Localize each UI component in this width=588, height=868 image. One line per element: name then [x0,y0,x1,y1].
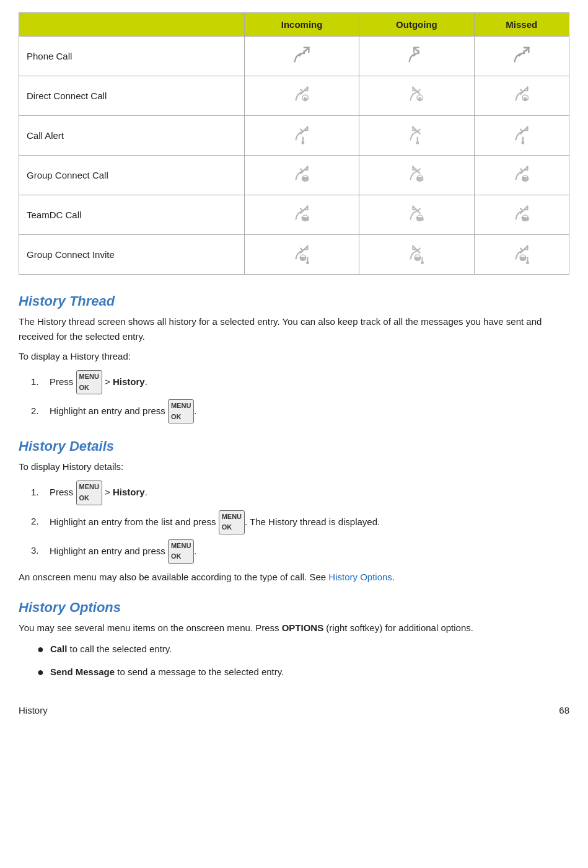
history-details-footer: An onscreen menu may also be available a… [19,570,569,585]
history-thread-body: The History thread screen shows all hist… [19,314,569,344]
call-type-table: Incoming Outgoing Missed Phone Call [19,12,569,275]
svg-point-46 [422,262,424,264]
svg-text:GC: GC [417,177,423,181]
table-row: Call Alert [19,116,569,156]
table-header-outgoing: Outgoing [359,13,474,37]
history-options-link[interactable]: History Options [328,572,392,582]
row-label: Call Alert [19,116,245,156]
icon-missed [474,116,569,156]
svg-text:TDC: TDC [417,217,424,221]
history-thread-section: History Thread The History thread screen… [19,293,569,423]
icon-missed: TDC [474,195,569,235]
menu-ok-icon-3: MENUOK [76,480,102,505]
page-footer: History 68 [19,705,569,715]
svg-text:D: D [524,97,526,101]
table-header-incoming: Incoming [244,13,359,37]
table-row: Group Connect Call GC GC [19,156,569,195]
table-header-missed: Missed [474,13,569,37]
step-item: 1. Press MENUOK > History. [31,370,569,394]
history-thread-intro: To display a History thread: [19,349,569,364]
svg-text:GC: GC [301,257,306,260]
step-item: 2. Highlight an entry and press MENUOK. [31,399,569,423]
svg-text:TDC: TDC [302,217,309,221]
icon-missed [474,37,569,76]
svg-text:GC: GC [520,257,525,260]
bullet-dot-icon: ● [37,642,44,657]
icon-outgoing [359,116,474,156]
svg-text:GC: GC [302,177,309,181]
icon-outgoing: D [359,76,474,116]
icon-missed: D [474,76,569,116]
history-thread-title: History Thread [19,293,569,309]
menu-ok-icon-5: MENUOK [168,539,194,564]
history-options-list: ● Call to call the selected entry. ● Sen… [37,642,569,680]
icon-incoming: D [244,76,359,116]
icon-outgoing: TDC [359,195,474,235]
history-options-title: History Options [19,600,569,616]
svg-point-41 [307,262,309,264]
row-label: Group Connect Invite [19,235,245,275]
icon-missed: GC [474,156,569,195]
svg-point-18 [522,142,524,144]
icon-outgoing: GC [359,235,474,275]
icon-incoming: GC [244,235,359,275]
footer-left: History [19,705,48,715]
icon-outgoing [359,37,474,76]
table-row: Phone Call [19,37,569,76]
step-item: 3. Highlight an entry and press MENUOK. [31,539,569,564]
icon-missed: GC [474,235,569,275]
menu-ok-icon-4: MENUOK [219,510,245,534]
history-options-section: History Options You may see several menu… [19,600,569,680]
svg-text:D: D [304,97,307,101]
svg-text:GC: GC [415,257,421,260]
menu-ok-icon-2: MENUOK [168,399,194,423]
bullet-dot-icon-2: ● [37,665,44,680]
icon-incoming [244,37,359,76]
table-row: Group Connect Invite GC GC [19,235,569,275]
history-details-steps: 1. Press MENUOK > History. 2. Highlight … [31,480,569,564]
svg-text:TDC: TDC [522,217,529,221]
history-details-intro: To display History details: [19,459,569,474]
row-label: Direct Connect Call [19,76,245,116]
table-header-label [19,13,245,37]
table-row: TeamDC Call TDC TDC TDC [19,195,569,235]
history-thread-steps: 1. Press MENUOK > History. 2. Highlight … [31,370,569,423]
footer-page-number: 68 [559,705,569,715]
history-details-section: History Details To display History detai… [19,438,569,585]
step-item: 1. Press MENUOK > History. [31,480,569,505]
bullet-item-call: ● Call to call the selected entry. [37,642,569,657]
row-label: Phone Call [19,37,245,76]
svg-point-15 [417,142,419,144]
icon-incoming [244,116,359,156]
step-item: 2. Highlight an entry from the list and … [31,510,569,534]
history-options-body: You may see several menu items on the on… [19,621,569,636]
row-label: TeamDC Call [19,195,245,235]
menu-ok-icon: MENUOK [76,370,102,394]
icon-incoming: GC [244,156,359,195]
row-label: Group Connect Call [19,156,245,195]
bullet-item-send-message: ● Send Message to send a message to the … [37,665,569,680]
icon-incoming: TDC [244,195,359,235]
table-row: Direct Connect Call D D [19,76,569,116]
svg-text:D: D [419,97,421,101]
history-details-title: History Details [19,438,569,454]
svg-point-51 [527,262,529,264]
svg-point-12 [302,142,304,144]
icon-outgoing: GC [359,156,474,195]
svg-text:GC: GC [522,177,529,181]
